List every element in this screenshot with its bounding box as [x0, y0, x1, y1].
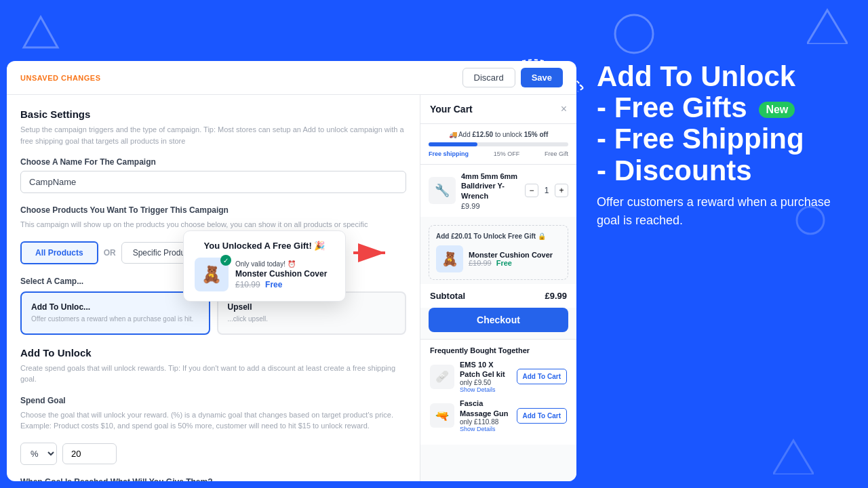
discard-button[interactable]: Discard: [462, 68, 515, 87]
popup-free-label: Free: [265, 280, 282, 289]
add-amount: £12.50: [473, 131, 494, 138]
cart-item-price: £9.99: [461, 202, 519, 210]
or-label-1: OR: [104, 248, 116, 258]
fbt-item-1-image: 🩹: [430, 365, 454, 389]
fbt-item-2: 🔫 Fascia Massage Gun only £110.88 Show D…: [430, 399, 567, 432]
campaign-name-label: Choose A Name For The Campaign: [20, 157, 406, 167]
right-subtitle: Offer customers a reward when a purchase…: [597, 193, 854, 230]
unlock-banner-title: Add £20.01 To Unlock Free Gift 🔒: [436, 232, 561, 240]
add-to-unlock-section: Add To Unlock Create spend goals that wi…: [20, 347, 406, 482]
card2-title: Upsell: [228, 302, 396, 312]
qty-decrease-button[interactable]: −: [525, 184, 538, 197]
red-arrow-icon: [350, 243, 391, 268]
subtotal-amount: £9.99: [545, 291, 567, 301]
all-products-button[interactable]: All Products: [20, 241, 98, 264]
fbt-item-1-show-details[interactable]: Show Details: [460, 386, 511, 393]
fbt-item-2-show-details[interactable]: Show Details: [460, 426, 511, 432]
truck-emoji: 🚚: [449, 131, 457, 138]
popup-item: 🧸 ✓ Only valid today! ⏰ Monster Cushion …: [195, 258, 334, 291]
percent-select[interactable]: %: [20, 443, 57, 465]
heading-line3: - Free Shipping: [597, 123, 854, 155]
basic-settings-title: Basic Settings: [20, 108, 406, 120]
triangle-shape-tr: [807, 7, 848, 44]
fbt-item-2-add-button[interactable]: Add To Cart: [517, 408, 567, 424]
basic-settings-desc: Setup the campaign triggers and the type…: [20, 124, 406, 146]
circle-shape-top: [610, 10, 658, 58]
svg-marker-2: [807, 10, 848, 44]
panel-header: UNSAVED CHANGES Discard Save: [7, 61, 576, 95]
heading-line2-text: - Free Gifts: [597, 92, 747, 123]
fbt-title: Frequently Bought Together: [430, 346, 567, 354]
cart-header: Your Cart ×: [420, 95, 576, 124]
progress-section: 🚚 Add £12.50 to unlock 15% off Free ship…: [420, 124, 576, 165]
card2-desc: ...click upsell.: [228, 314, 396, 324]
popup-item-prices: £10.99 Free: [235, 280, 327, 289]
right-heading: Add To Unlock - Free Gifts New - Free Sh…: [597, 61, 854, 186]
card1-title: Add To Unloc...: [31, 302, 199, 312]
spend-goal-label: Spend Goal: [20, 396, 406, 405]
fbt-emoji-2: 🔫: [435, 409, 449, 422]
campaign-name-group: Choose A Name For The Campaign: [20, 157, 406, 193]
qty-control: − 1 +: [525, 184, 568, 197]
popup-original-price: £10.99: [235, 280, 260, 289]
triangle-shape-tl: [20, 14, 61, 51]
progress-bar: [429, 142, 568, 146]
progress-fill: [429, 142, 477, 146]
cart-item-image: 🔧: [429, 177, 456, 204]
free-gift-popup: You Unlocked A Free Gift! 🎉 🧸 ✓ Only val…: [183, 230, 346, 302]
checkout-button[interactable]: Checkout: [429, 308, 568, 332]
spend-goal-group: Spend Goal Choose the goal that will unl…: [20, 396, 406, 465]
free-gift-free-label: Free: [496, 259, 512, 267]
add-to-unlock-desc: Create spend goals that will unlock rewa…: [20, 363, 406, 385]
cart-item-name: 4mm 5mm 6mm Balldriver Y-Wrench: [461, 171, 519, 201]
progress-labels: Free shipping 15% OFF Free Gift: [429, 150, 568, 157]
triangle-shape-br: [773, 437, 814, 474]
campaign-name-input[interactable]: [20, 171, 406, 193]
fbt-item-1-add-button[interactable]: Add To Cart: [517, 369, 567, 384]
popup-check-icon: ✓: [220, 255, 231, 266]
fbt-item-1: 🩹 EMS 10 X Patch Gel kit only £9.50 Show…: [430, 360, 567, 394]
products-label: Choose Products You Want To Trigger This…: [20, 205, 406, 215]
qty-number: 1: [541, 186, 552, 195]
svg-marker-0: [24, 17, 58, 47]
spend-goal-row: %: [20, 443, 406, 465]
popup-item-name: Monster Cushion Cover: [235, 269, 327, 279]
popup-item-info: Only valid today! ⏰ Monster Cushion Cove…: [235, 260, 327, 289]
fbt-item-1-price: only £9.50: [460, 379, 511, 386]
fbt-item-2-price: only £110.88: [460, 418, 511, 426]
cart-panel: Your Cart × 🚚 Add £12.50 to unlock 15% o…: [420, 95, 576, 481]
fbt-section: Frequently Bought Together 🩹 EMS 10 X Pa…: [420, 339, 576, 445]
popup-valid-text: Only valid today! ⏰: [235, 260, 327, 268]
card1-desc: Offer customers a reward when a purchase…: [31, 314, 199, 324]
fbt-item-2-info: Fascia Massage Gun only £110.88 Show Det…: [460, 399, 511, 432]
progress-label-off: 15% OFF: [494, 150, 520, 157]
free-gift-info: Monster Cushion Cover £10.99 Free: [469, 251, 553, 267]
progress-label-gift: Free Gift: [545, 150, 568, 157]
free-gift-emoji: 🧸: [441, 251, 458, 267]
svg-marker-4: [773, 441, 814, 474]
heading-line4: - Discounts: [597, 155, 854, 186]
popup-item-image: 🧸 ✓: [195, 258, 229, 291]
progress-text: 🚚 Add £12.50 to unlock 15% off: [429, 131, 568, 138]
unlock-free-gift-banner: Add £20.01 To Unlock Free Gift 🔒 🧸 Monst…: [429, 225, 568, 280]
products-desc: This campaign will show up on the produc…: [20, 219, 406, 230]
cart-items: 🔧 4mm 5mm 6mm Balldriver Y-Wrench £9.99 …: [420, 165, 576, 217]
spend-goal-input[interactable]: [62, 443, 117, 464]
qty-increase-button[interactable]: +: [555, 184, 568, 197]
fbt-emoji-1: 🩹: [435, 370, 449, 383]
cart-item-info: 4mm 5mm 6mm Balldriver Y-Wrench £9.99: [461, 171, 519, 210]
heading-line1: Add To Unlock: [597, 61, 854, 92]
reward-type-group: When Goal Is Reached What Will You Give …: [20, 477, 406, 482]
free-gift-name: Monster Cushion Cover: [469, 251, 553, 259]
what-give-label: When Goal Is Reached What Will You Give …: [20, 477, 406, 482]
heading-line2: - Free Gifts New: [597, 92, 854, 123]
add-to-unlock-card[interactable]: Add To Unloc... Offer customers a reward…: [20, 291, 210, 335]
cart-item: 🔧 4mm 5mm 6mm Balldriver Y-Wrench £9.99 …: [429, 171, 568, 210]
save-button[interactable]: Save: [521, 68, 563, 87]
free-gift-image: 🧸: [436, 245, 463, 272]
spend-goal-desc: Choose the goal that will unlock your re…: [20, 409, 406, 432]
progress-label-shipping: Free shipping: [429, 150, 469, 157]
free-gift-prices: £10.99 Free: [469, 259, 553, 267]
cart-close-button[interactable]: ×: [561, 103, 567, 115]
svg-point-1: [615, 15, 653, 53]
